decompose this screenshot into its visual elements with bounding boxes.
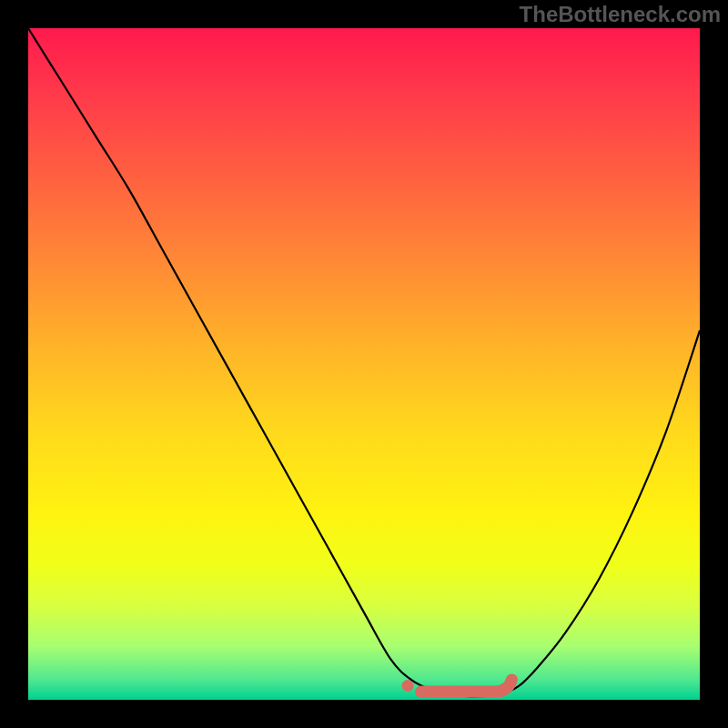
chart-container: TheBottleneck.com	[0, 0, 728, 728]
highlight-markers	[402, 680, 512, 692]
plot-area	[28, 28, 700, 700]
highlight-band	[421, 680, 512, 692]
highlight-dot	[402, 680, 414, 692]
chart-svg	[28, 28, 700, 700]
watermark-text: TheBottleneck.com	[520, 2, 721, 27]
bottleneck-curve	[28, 28, 700, 696]
